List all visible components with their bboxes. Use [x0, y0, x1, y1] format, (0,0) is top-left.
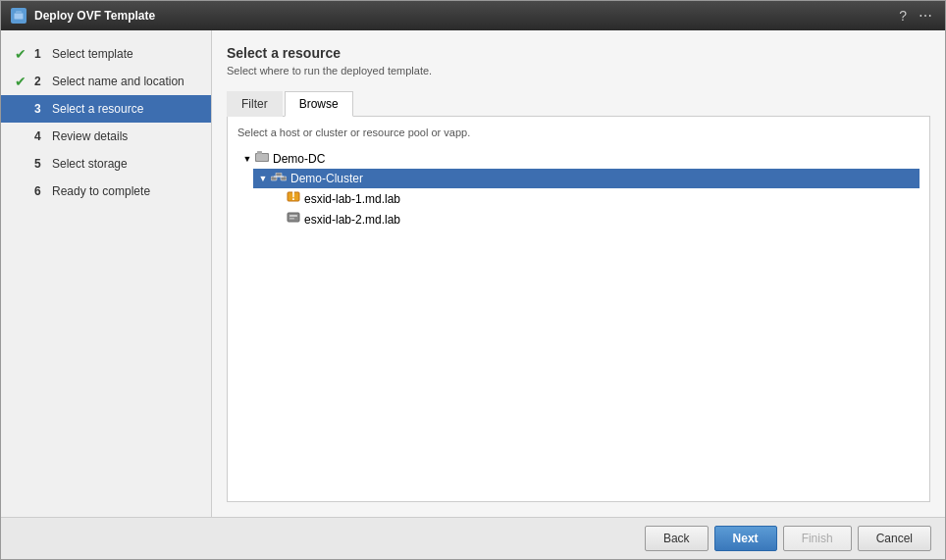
- check-icon-1: ✔: [15, 46, 28, 62]
- title-bar: Deploy OVF Template ? ⋯: [1, 1, 945, 30]
- check-icon-2: ✔: [15, 74, 28, 89]
- svg-rect-12: [288, 213, 299, 222]
- host-warning-icon: !: [287, 191, 300, 206]
- sidebar-label-6: Ready to complete: [52, 184, 150, 198]
- tree-children-cluster: ▶ ! esxid-lab-1.md.lab: [253, 188, 920, 229]
- tree-label-host1: esxid-lab-1.md.lab: [304, 192, 400, 206]
- sidebar-item-review-details[interactable]: ✔ 4 Review details: [1, 123, 211, 150]
- deploy-ovf-dialog: Deploy OVF Template ? ⋯ ✔ 1 Select templ…: [0, 0, 946, 560]
- svg-rect-7: [281, 177, 287, 180]
- tree-item-demo-dc[interactable]: ▼ Demo-DC: [237, 148, 920, 169]
- instruction-text: Select a host or cluster or resource poo…: [237, 127, 920, 138]
- tree-item-host1[interactable]: ▶ ! esxid-lab-1.md.lab: [269, 188, 920, 209]
- tree-label-demo-dc: Demo-DC: [273, 152, 325, 166]
- title-bar-right: ? ⋯: [896, 8, 935, 24]
- section-title: Select a resource: [227, 45, 930, 61]
- sidebar-item-ready-to-complete[interactable]: ✔ 6 Ready to complete: [1, 178, 211, 205]
- svg-rect-13: [289, 215, 297, 217]
- expand-button[interactable]: ⋯: [916, 8, 935, 24]
- host-icon: [287, 212, 300, 227]
- sidebar-label-5: Select storage: [52, 157, 128, 171]
- sidebar-label-2: Select name and location: [52, 75, 184, 88]
- sidebar-item-select-name[interactable]: ✔ 2 Select name and location: [1, 68, 211, 95]
- tree-label-host2: esxid-lab-2.md.lab: [304, 213, 400, 227]
- step-num-5: 5: [34, 157, 46, 171]
- svg-rect-6: [276, 173, 282, 177]
- svg-text:!: !: [291, 191, 295, 203]
- sidebar: ✔ 1 Select template ✔ 2 Select name and …: [1, 30, 212, 517]
- toggle-demo-cluster[interactable]: ▼: [257, 173, 269, 184]
- sidebar-item-select-storage[interactable]: ✔ 5 Select storage: [1, 150, 211, 178]
- tab-filter[interactable]: Filter: [227, 91, 283, 117]
- tree-item-host2[interactable]: ▶ esxid-lab-2.md.lab: [269, 209, 920, 229]
- dc-icon: [255, 151, 269, 166]
- svg-rect-4: [257, 151, 262, 154]
- title-bar-left: Deploy OVF Template: [11, 8, 155, 24]
- next-button[interactable]: Next: [714, 526, 777, 551]
- step-num-4: 4: [34, 129, 46, 143]
- svg-rect-0: [14, 13, 24, 20]
- tree-children-dc: ▼ Demo-Cluster: [237, 169, 920, 229]
- tab-bar: Filter Browse: [227, 90, 930, 117]
- sidebar-item-select-template[interactable]: ✔ 1 Select template: [1, 40, 211, 68]
- toggle-demo-dc[interactable]: ▼: [241, 153, 253, 165]
- content-area: ✔ 1 Select template ✔ 2 Select name and …: [1, 30, 945, 517]
- step-num-2: 2: [34, 75, 46, 88]
- sidebar-item-select-resource[interactable]: ✔ 3 Select a resource: [1, 95, 211, 123]
- svg-rect-1: [16, 11, 22, 14]
- bottom-bar: Back Next Finish Cancel: [1, 517, 945, 559]
- tree-item-demo-cluster[interactable]: ▼ Demo-Cluster: [253, 169, 920, 188]
- cancel-button[interactable]: Cancel: [858, 526, 931, 551]
- sidebar-label-1: Select template: [52, 47, 133, 61]
- dialog-icon: [11, 8, 26, 24]
- sidebar-label-4: Review details: [52, 129, 128, 143]
- finish-button[interactable]: Finish: [783, 526, 852, 551]
- cluster-icon: [271, 173, 287, 184]
- tab-content-browse: Select a host or cluster or resource poo…: [227, 117, 930, 502]
- resource-tree: ▼ Demo-DC ▼: [237, 148, 920, 229]
- step-num-1: 1: [34, 47, 46, 61]
- help-button[interactable]: ?: [896, 8, 910, 24]
- svg-rect-5: [271, 177, 277, 180]
- sidebar-label-3: Select a resource: [52, 102, 143, 116]
- back-button[interactable]: Back: [645, 526, 709, 551]
- section-subtitle: Select where to run the deployed templat…: [227, 65, 930, 76]
- main-panel: Select a resource Select where to run th…: [212, 30, 945, 517]
- dialog-title: Deploy OVF Template: [34, 9, 155, 23]
- tab-browse[interactable]: Browse: [285, 91, 353, 117]
- step-num-3: 3: [34, 102, 46, 116]
- svg-rect-3: [256, 154, 268, 161]
- tree-label-demo-cluster: Demo-Cluster: [290, 172, 363, 185]
- svg-rect-14: [289, 218, 294, 220]
- step-num-6: 6: [34, 184, 46, 198]
